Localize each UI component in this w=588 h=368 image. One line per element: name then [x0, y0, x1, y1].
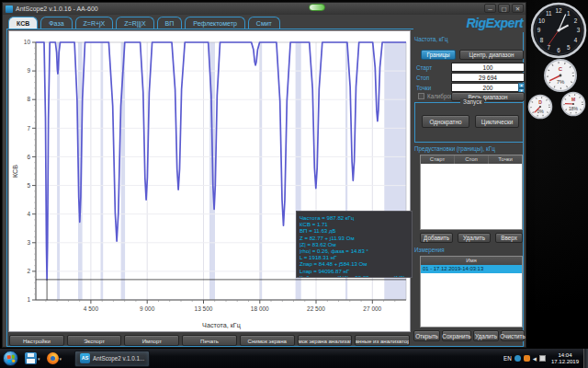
- start-button[interactable]: [3, 351, 18, 366]
- measurements-table[interactable]: Имя 01 - 17.12.2019-14:03:13: [420, 256, 523, 328]
- open-button[interactable]: Открыть: [413, 330, 440, 341]
- tab-bar: КСВ Фаза Z=R+jX Z=R||jX ВП Рефлектометр …: [8, 16, 280, 29]
- jumplist-caret-icon[interactable]: ▾: [60, 356, 62, 362]
- clock-numeral: 10: [538, 17, 546, 24]
- language-indicator[interactable]: EN: [503, 355, 512, 362]
- analyzer-data-button[interactable]: Данные из анализатора: [355, 335, 410, 346]
- antscope-icon: AS: [80, 353, 90, 363]
- bottom-toolbar: Настройки Экспорт Импорт Печать Снимок э…: [8, 334, 411, 347]
- titlebar-indicator: [309, 4, 325, 11]
- measurements-title: Измерения: [414, 247, 445, 253]
- tray-app-icon[interactable]: [539, 355, 546, 362]
- show-desktop-button[interactable]: [583, 349, 588, 368]
- tab-return-loss[interactable]: ВП: [157, 17, 183, 29]
- rigexpert-logo: RigExpert: [413, 15, 525, 32]
- swr-chart-canvas[interactable]: 4 5009 00013 50018 00022 50027 000123456…: [9, 31, 410, 337]
- speaker-icon[interactable]: ◀: [533, 356, 537, 362]
- clock-numeral: 1: [567, 10, 571, 17]
- cursor-tooltip: Частота = 987.82 кГцКСВ = 1.71ВП = 11.63…: [296, 211, 413, 278]
- save-button[interactable]: Сохранить: [442, 330, 471, 341]
- antscope-task-button[interactable]: AS AntScope2 v.1.0.1...: [74, 351, 150, 367]
- svg-text:8: 8: [27, 96, 30, 102]
- tooltip-line: Lпар = 94096.87 нГ: [300, 268, 409, 274]
- run-cyclic-button[interactable]: Циклически: [475, 115, 519, 128]
- points-input[interactable]: 200: [451, 83, 525, 92]
- tooltip-line: L = 1918.31 нГ: [300, 254, 409, 260]
- clock-numeral: 3: [577, 27, 581, 33]
- disk-gauge: D 0%: [527, 94, 553, 123]
- print-button[interactable]: Печать: [182, 335, 237, 346]
- antscope-window: AntScope2 v.1.0.16 - AA-600 ─ ▢ ✕ КСВ Фа…: [2, 2, 526, 348]
- tooltip-line: Частота = 987.82 кГц: [300, 214, 409, 221]
- tooltip-line: Z = 82.77 + j11.93 Ом: [300, 235, 409, 241]
- measurement-row[interactable]: 01 - 17.12.2019-14:03:13: [421, 265, 522, 273]
- delete-button[interactable]: Удалить: [473, 330, 499, 341]
- presets-col-points[interactable]: Точки: [489, 155, 522, 164]
- stop-input[interactable]: 29 694: [451, 73, 525, 82]
- clock-numeral: 5: [567, 44, 571, 51]
- analyzer-screenshot-button[interactable]: Снимок экрана анализатора: [298, 335, 353, 346]
- firefox-icon[interactable]: [47, 352, 59, 364]
- run-once-button[interactable]: Однократно: [422, 115, 469, 128]
- title-bar[interactable]: AntScope2 v.1.0.16 - AA-600 ─ ▢ ✕: [3, 3, 526, 15]
- tray-app-icon[interactable]: [524, 355, 530, 362]
- swr-chart[interactable]: 4 5009 00013 50018 00022 50027 000123456…: [8, 30, 411, 332]
- tab-phase[interactable]: Фаза: [40, 17, 72, 29]
- clock-numeral: 2: [574, 17, 578, 24]
- clear-button[interactable]: Очистить: [501, 330, 525, 341]
- gauge-value: 18%: [569, 106, 579, 111]
- tray-app-icon[interactable]: [514, 355, 521, 362]
- clock-numeral: 8: [540, 37, 544, 43]
- close-button[interactable]: ✕: [512, 4, 524, 13]
- presets-col-stop[interactable]: Стоп: [455, 155, 489, 164]
- swr-chart-svg[interactable]: 4 5009 00013 50018 00022 50027 000123456…: [9, 31, 412, 333]
- svg-text:18 000: 18 000: [251, 305, 269, 312]
- tooltip-line: КСВ = 1.71: [300, 221, 409, 227]
- tab-reflectometer[interactable]: Рефлектометр: [185, 17, 245, 29]
- screenshot-button[interactable]: Снимок экрана: [240, 335, 295, 346]
- tooltip-line: |rho| = 0.26, фаза = 14.83 °: [300, 247, 409, 254]
- import-button[interactable]: Импорт: [124, 335, 179, 346]
- tab-smith[interactable]: Смит: [248, 17, 280, 29]
- tray-clock[interactable]: 14:04 17.12.2019: [548, 352, 582, 365]
- calibration-checkbox[interactable]: [418, 93, 424, 99]
- preset-up-button[interactable]: Вверх: [495, 233, 523, 243]
- measurements-col-name[interactable]: Имя: [421, 257, 522, 265]
- start-input[interactable]: 100: [451, 63, 525, 72]
- svg-text:2: 2: [27, 268, 30, 274]
- clock-numeral: 7: [548, 44, 551, 51]
- tab-z-parallel[interactable]: Z=R||jX: [116, 17, 153, 29]
- center-range-button[interactable]: Центр, диапазон: [459, 50, 524, 60]
- svg-text:6: 6: [27, 154, 30, 160]
- svg-text:9 000: 9 000: [140, 305, 155, 312]
- settings-button[interactable]: Настройки: [9, 335, 64, 346]
- presets-col-start[interactable]: Старт: [421, 155, 455, 164]
- maximize-button[interactable]: ▢: [498, 4, 510, 13]
- gauge-value: 7%: [557, 79, 565, 85]
- preset-add-button[interactable]: Добавить: [420, 233, 453, 243]
- memory-gauge: M 18%: [560, 91, 586, 121]
- clock-numeral: 12: [555, 7, 562, 14]
- presets-table[interactable]: Старт Стоп Точки: [420, 155, 523, 230]
- points-label: Точки: [416, 85, 431, 91]
- gauge-letter: D: [538, 99, 542, 105]
- svg-text:7: 7: [27, 125, 30, 132]
- svg-text:1: 1: [27, 296, 30, 303]
- tooltip-line: Zпар = 84.48 + j584.13 Ом: [300, 260, 409, 267]
- minimize-button[interactable]: ─: [484, 4, 496, 13]
- tab-swr[interactable]: КСВ: [8, 17, 38, 29]
- preset-delete-button[interactable]: Удалить: [458, 233, 491, 243]
- bounds-button[interactable]: Границы: [421, 50, 456, 60]
- system-tray: EN ◀ 14:04 17.12.2019: [503, 352, 583, 365]
- svg-text:10: 10: [24, 39, 31, 45]
- points-stepper[interactable]: ▲▼: [518, 83, 525, 92]
- app-icon: [6, 6, 13, 13]
- jumplist-caret-icon[interactable]: ▾: [38, 356, 40, 362]
- clock-gadget: 121234567891011: [530, 2, 587, 63]
- clock-numeral: 11: [546, 10, 552, 17]
- svg-text:27 000: 27 000: [363, 305, 381, 312]
- windows-logo-icon: [7, 355, 16, 363]
- export-button[interactable]: Экспорт: [67, 335, 122, 346]
- pinned-app-icon[interactable]: [25, 352, 37, 364]
- tab-z-series[interactable]: Z=R+jX: [75, 17, 114, 29]
